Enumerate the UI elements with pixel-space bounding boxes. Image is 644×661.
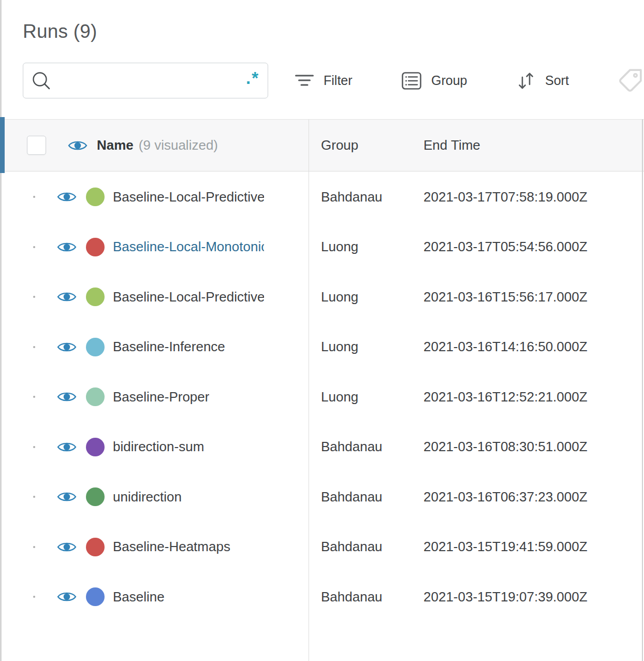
- run-color-dot: [86, 438, 105, 456]
- run-name-link[interactable]: Baseline-Local-Predictive: [113, 289, 264, 305]
- run-name-link[interactable]: Baseline-Local-Predictive: [113, 189, 264, 205]
- table-row: Baseline-Local-Predictive Bahdanau 2021-…: [0, 172, 644, 222]
- run-name-link[interactable]: Baseline: [113, 589, 165, 605]
- run-name-link[interactable]: Baseline-Inference: [113, 339, 225, 355]
- visibility-eye-icon[interactable]: [57, 190, 77, 204]
- visibility-eye-icon[interactable]: [57, 590, 77, 603]
- table-row: Baseline-Heatmaps Bahdanau 2021-03-15T19…: [0, 522, 644, 572]
- run-search-box: .*: [23, 63, 268, 98]
- run-color-dot: [86, 587, 105, 606]
- search-input[interactable]: [56, 65, 246, 96]
- run-group: Luong: [309, 239, 411, 255]
- drag-handle[interactable]: [33, 496, 35, 498]
- table-header-row: Name (9 visualized) Group End Time: [0, 119, 644, 171]
- drag-handle[interactable]: [33, 396, 35, 398]
- drag-handle[interactable]: [33, 546, 35, 548]
- run-color-dot: [86, 288, 105, 306]
- table-row: Baseline Bahdanau 2021-03-15T19:07:39.00…: [0, 572, 644, 622]
- run-end-time: 2021-03-16T08:30:51.000Z: [411, 439, 644, 455]
- runs-table-body: Baseline-Local-Predictive Bahdanau 2021-…: [0, 172, 644, 622]
- drag-handle[interactable]: [33, 246, 35, 248]
- visibility-eye-icon[interactable]: [57, 440, 77, 454]
- group-label: Group: [431, 73, 467, 88]
- sort-icon: [517, 70, 535, 91]
- visualized-count: (9 visualized): [139, 137, 218, 153]
- run-group: Bahdanau: [309, 489, 411, 505]
- run-name-link[interactable]: Baseline-Proper: [113, 389, 209, 405]
- run-group: Bahdanau: [309, 439, 411, 455]
- run-group: Bahdanau: [309, 589, 411, 605]
- run-name-link[interactable]: Baseline-Heatmaps: [113, 539, 230, 555]
- filter-icon: [295, 74, 314, 88]
- column-header-group[interactable]: Group: [309, 137, 411, 153]
- run-end-time: 2021-03-15T19:41:59.000Z: [411, 539, 644, 555]
- visibility-eye-icon[interactable]: [57, 240, 77, 254]
- tag-filter-button[interactable]: [617, 66, 643, 95]
- search-icon: [32, 71, 51, 91]
- drag-handle[interactable]: [33, 346, 35, 348]
- select-all-checkbox[interactable]: [27, 136, 46, 155]
- group-button[interactable]: Group: [402, 63, 467, 98]
- run-group: Luong: [309, 339, 411, 355]
- table-row: Baseline-Local-Predictive Luong 2021-03-…: [0, 272, 644, 322]
- column-header-end-time[interactable]: End Time: [411, 137, 644, 153]
- visibility-eye-icon[interactable]: [57, 290, 77, 304]
- drag-handle[interactable]: [33, 196, 35, 198]
- run-color-dot: [86, 238, 105, 256]
- run-group: Luong: [309, 389, 411, 405]
- table-right-border: [642, 119, 643, 661]
- column-header-name[interactable]: Name: [97, 137, 134, 153]
- visibility-eye-icon[interactable]: [57, 390, 77, 404]
- sort-label: Sort: [545, 73, 569, 88]
- run-name-link[interactable]: bidirection-sum: [113, 439, 204, 455]
- visibility-eye-icon[interactable]: [57, 340, 77, 354]
- run-color-dot: [86, 338, 105, 356]
- run-end-time: 2021-03-17T07:58:19.000Z: [411, 189, 644, 205]
- tag-icon: [617, 68, 643, 94]
- run-color-dot: [86, 487, 105, 506]
- table-row: Baseline-Inference Luong 2021-03-16T14:1…: [0, 322, 644, 372]
- table-row: unidirection Bahdanau 2021-03-16T06:37:2…: [0, 472, 644, 522]
- run-color-dot: [86, 188, 105, 206]
- group-icon: [402, 72, 421, 90]
- visibility-eye-icon[interactable]: [57, 540, 77, 554]
- run-group: Bahdanau: [309, 539, 411, 555]
- run-name-link[interactable]: Baseline-Local-Monotonic: [113, 239, 264, 255]
- name-group-column-divider: [309, 119, 309, 661]
- table-row: bidirection-sum Bahdanau 2021-03-16T08:3…: [0, 422, 644, 472]
- drag-handle[interactable]: [33, 446, 35, 448]
- visibility-all-eye-icon[interactable]: [68, 139, 87, 152]
- run-end-time: 2021-03-17T05:54:56.000Z: [411, 239, 644, 255]
- run-group: Luong: [309, 289, 411, 305]
- sort-button[interactable]: Sort: [517, 63, 569, 98]
- run-end-time: 2021-03-16T15:56:17.000Z: [411, 289, 644, 305]
- header-accent-strip: [0, 117, 5, 173]
- drag-handle[interactable]: [33, 296, 35, 298]
- regex-toggle-icon[interactable]: .*: [246, 70, 259, 91]
- run-color-dot: [86, 387, 105, 406]
- visibility-eye-icon[interactable]: [57, 490, 77, 504]
- table-row: Baseline-Local-Monotonic Luong 2021-03-1…: [0, 222, 644, 272]
- filter-label: Filter: [324, 73, 353, 88]
- run-group: Bahdanau: [309, 189, 411, 205]
- table-row: Baseline-Proper Luong 2021-03-16T12:52:2…: [0, 372, 644, 422]
- run-color-dot: [86, 538, 105, 556]
- run-end-time: 2021-03-16T06:37:23.000Z: [411, 489, 644, 505]
- run-name-link[interactable]: unidirection: [113, 489, 182, 505]
- page-title: Runs (9): [23, 19, 97, 45]
- run-end-time: 2021-03-15T19:07:39.000Z: [411, 589, 644, 605]
- filter-button[interactable]: Filter: [295, 63, 353, 98]
- run-end-time: 2021-03-16T14:16:50.000Z: [411, 339, 644, 355]
- runs-panel: Runs (9) .* Filter Group: [0, 0, 644, 661]
- drag-handle[interactable]: [33, 596, 35, 598]
- run-end-time: 2021-03-16T12:52:21.000Z: [411, 389, 644, 405]
